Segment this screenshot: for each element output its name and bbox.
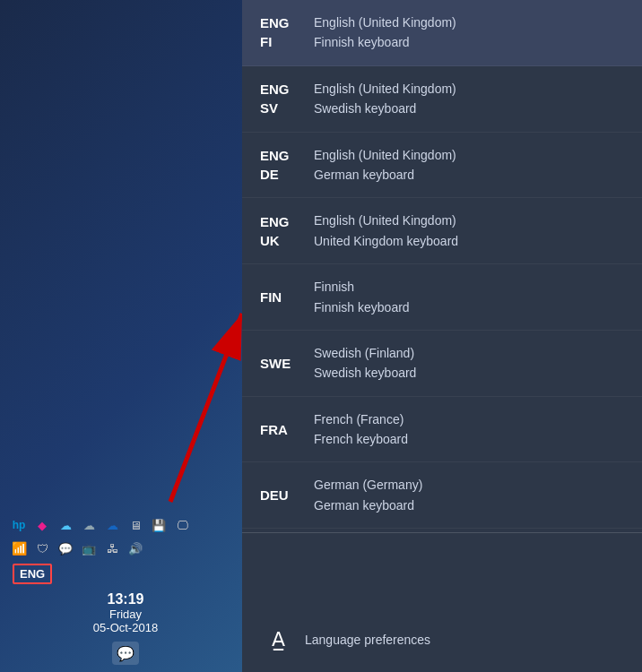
lang-code-5: SWE bbox=[260, 354, 314, 373]
lang-name-6: French (France) bbox=[314, 409, 408, 429]
clock-date: 05-Oct-2018 bbox=[9, 621, 242, 634]
lang-keyboard-6: French keyboard bbox=[314, 429, 408, 449]
lang-name-4: Finnish bbox=[314, 277, 410, 297]
lang-keyboard-2: German keyboard bbox=[314, 165, 456, 185]
lang-keyboard-3: United Kingdom keyboard bbox=[314, 231, 458, 251]
lang-name-3: English (United Kingdom) bbox=[314, 211, 458, 230]
lang-menu-item-3[interactable]: ENGUKEnglish (United Kingdom)United King… bbox=[242, 198, 642, 264]
tray-row-2: 📶 🛡 💬 📺 🖧 🔊 bbox=[9, 538, 145, 558]
lang-menu-item-1[interactable]: ENGSVEnglish (United Kingdom)Swedish key… bbox=[242, 66, 642, 133]
lang-details-7: German (Germany)German keyboard bbox=[314, 475, 422, 515]
lang-menu-item-0[interactable]: ENGFIEnglish (United Kingdom)Finnish key… bbox=[242, 0, 642, 66]
lang-keyboard-0: Finnish keyboard bbox=[314, 32, 456, 52]
lang-name-2: English (United Kingdom) bbox=[314, 145, 456, 165]
language-preferences-label: Language preferences bbox=[305, 633, 430, 647]
shield-icon[interactable]: 🛡 bbox=[32, 538, 52, 558]
lang-name-7: German (Germany) bbox=[314, 475, 422, 495]
lang-code-2: ENGDE bbox=[260, 146, 314, 184]
lang-details-6: French (France)French keyboard bbox=[314, 409, 408, 450]
vga-icon[interactable]: 🖵 bbox=[172, 515, 192, 535]
lang-details-2: English (United Kingdom)German keyboard bbox=[314, 145, 456, 185]
lang-code-6: FRA bbox=[260, 420, 314, 439]
lang-keyboard-5: Swedish keyboard bbox=[314, 363, 416, 383]
lang-menu-item-4[interactable]: FINFinnishFinnish keyboard bbox=[242, 264, 642, 331]
clock-area: 13:19 Friday 05-Oct-2018 bbox=[0, 591, 242, 634]
cloud-icon-3[interactable]: ☁ bbox=[102, 515, 122, 535]
language-preferences-item[interactable]: A̲ Language preferences bbox=[242, 607, 642, 672]
lang-name-1: English (United Kingdom) bbox=[314, 79, 456, 99]
language-menu: ENGFIEnglish (United Kingdom)Finnish key… bbox=[242, 0, 642, 672]
lang-menu-item-7[interactable]: DEUGerman (Germany)German keyboard bbox=[242, 462, 642, 529]
lang-code-1: ENGSV bbox=[260, 80, 314, 117]
lang-code-0: ENGFI bbox=[260, 13, 314, 51]
chat-icon-area: 💬 bbox=[0, 642, 242, 665]
lang-code-3: ENGUK bbox=[260, 212, 314, 250]
language-preferences-icon: A̲ bbox=[260, 622, 296, 658]
cloud-icon-1[interactable]: ☁ bbox=[56, 515, 75, 535]
pink-app-icon[interactable]: ◆ bbox=[32, 515, 52, 535]
volume-icon[interactable]: 🔊 bbox=[126, 538, 145, 558]
tray-row-1: hp ◆ ☁ ☁ ☁ 🖥 💾 🖵 bbox=[9, 515, 192, 535]
monitor-icon[interactable]: 🖥 bbox=[126, 515, 145, 535]
clock-time: 13:19 bbox=[9, 591, 242, 607]
eng-language-button[interactable]: ENG bbox=[13, 564, 52, 584]
menu-divider bbox=[242, 532, 642, 533]
bluetooth-icon[interactable]: 📶 bbox=[9, 538, 29, 558]
lang-menu-item-6[interactable]: FRAFrench (France)French keyboard bbox=[242, 397, 642, 463]
clock-day: Friday bbox=[9, 607, 242, 621]
lang-menu-item-5[interactable]: SWESwedish (Finland)Swedish keyboard bbox=[242, 331, 642, 397]
display-icon[interactable]: 📺 bbox=[79, 538, 99, 558]
lang-details-5: Swedish (Finland)Swedish keyboard bbox=[314, 343, 416, 383]
lang-keyboard-4: Finnish keyboard bbox=[314, 297, 410, 317]
hp-icon[interactable]: hp bbox=[9, 515, 29, 535]
usb-icon[interactable]: 💾 bbox=[149, 515, 169, 535]
system-tray: hp ◆ ☁ ☁ ☁ 🖥 💾 🖵 📶 🛡 💬 📺 🖧 🔊 ENG bbox=[0, 506, 242, 584]
lang-details-1: English (United Kingdom)Swedish keyboard bbox=[314, 79, 456, 119]
lang-details-4: FinnishFinnish keyboard bbox=[314, 277, 410, 317]
lang-keyboard-7: German keyboard bbox=[314, 495, 422, 515]
teams-icon[interactable]: 💬 bbox=[56, 538, 75, 558]
lang-code-4: FIN bbox=[260, 288, 314, 306]
lang-keyboard-1: Swedish keyboard bbox=[314, 99, 456, 118]
taskbar: hp ◆ ☁ ☁ ☁ 🖥 💾 🖵 📶 🛡 💬 📺 🖧 🔊 ENG 13:19 F… bbox=[0, 0, 242, 672]
lang-code-7: DEU bbox=[260, 486, 314, 504]
lang-menu-item-2[interactable]: ENGDEEnglish (United Kingdom)German keyb… bbox=[242, 133, 642, 199]
lang-name-5: Swedish (Finland) bbox=[314, 343, 416, 363]
lang-details-0: English (United Kingdom)Finnish keyboard bbox=[314, 13, 456, 53]
chat-icon[interactable]: 💬 bbox=[112, 642, 139, 665]
lang-name-0: English (United Kingdom) bbox=[314, 13, 456, 32]
lang-details-3: English (United Kingdom)United Kingdom k… bbox=[314, 211, 458, 251]
network-icon[interactable]: 🖧 bbox=[102, 538, 122, 558]
cloud-icon-2[interactable]: ☁ bbox=[79, 515, 99, 535]
